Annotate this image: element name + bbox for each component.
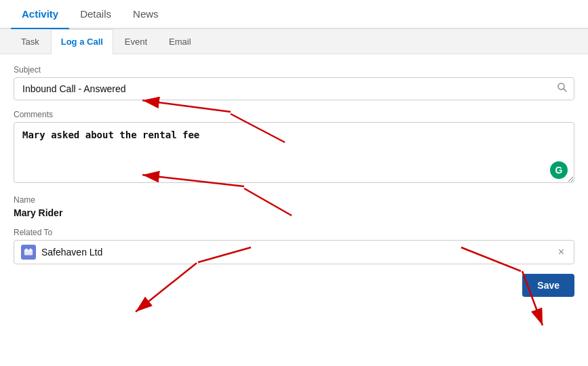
comments-label: Comments [14, 110, 574, 119]
name-field-group: Name Mary Rider [14, 195, 574, 218]
tab-news[interactable]: News [122, 0, 170, 28]
tab-task[interactable]: Task [11, 29, 50, 54]
tab-activity[interactable]: Activity [11, 0, 69, 28]
comments-field-group: Comments G [14, 110, 574, 186]
related-to-field-group: Related To Safehaven Ltd × [14, 228, 574, 264]
related-to-icon [21, 245, 36, 260]
related-to-clear-button[interactable]: × [555, 246, 567, 258]
related-to-field[interactable]: Safehaven Ltd × [14, 240, 574, 264]
tab-email[interactable]: Email [159, 29, 201, 54]
subject-input-wrapper [14, 77, 574, 100]
form-content: Subject Comments G Name Mary Rider Relat… [0, 54, 588, 308]
grammarly-icon[interactable]: G [550, 161, 568, 179]
comments-textarea-wrapper: G [14, 122, 574, 186]
svg-rect-5 [30, 249, 32, 251]
save-button[interactable]: Save [522, 274, 574, 297]
top-tabs-container: Activity Details News [0, 0, 588, 29]
tab-log-a-call[interactable]: Log a Call [51, 29, 113, 54]
secondary-tabs-container: Task Log a Call Event Email [0, 29, 588, 54]
subject-field-group: Subject [14, 65, 574, 100]
save-area: Save [14, 274, 574, 297]
svg-rect-4 [26, 249, 28, 251]
tab-event[interactable]: Event [115, 29, 157, 54]
name-label: Name [14, 195, 574, 205]
related-to-label: Related To [14, 228, 574, 237]
tab-details[interactable]: Details [69, 0, 122, 28]
comments-textarea[interactable] [14, 122, 574, 183]
name-value: Mary Rider [14, 207, 574, 218]
related-to-value: Safehaven Ltd [41, 247, 555, 258]
subject-label: Subject [14, 65, 574, 75]
subject-input[interactable] [14, 77, 574, 100]
